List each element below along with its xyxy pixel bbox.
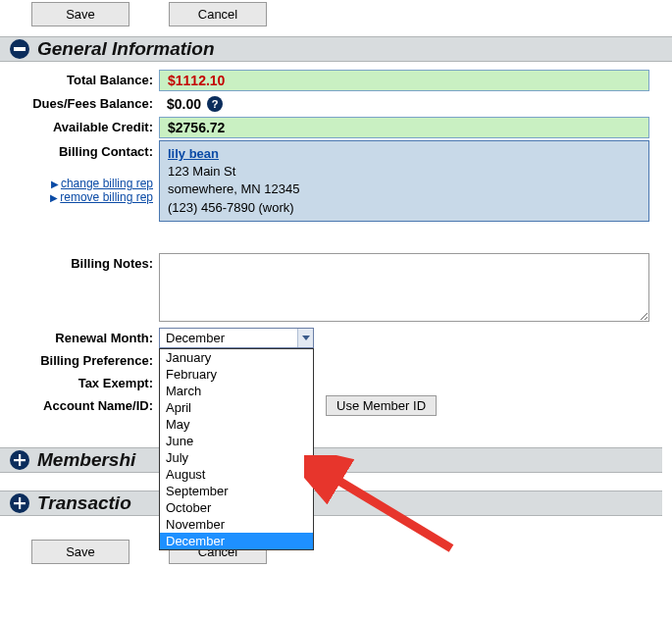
billing-notes-textarea[interactable] (159, 253, 649, 322)
transactions-header[interactable]: Transactio (0, 491, 662, 516)
total-balance-label: Total Balance: (0, 70, 159, 90)
renewal-month-option[interactable]: April (160, 399, 313, 416)
renewal-month-option[interactable]: December (160, 533, 313, 549)
billing-preference-label: Billing Preference: (0, 350, 159, 371)
renewal-month-option[interactable]: February (160, 366, 313, 383)
account-name-id-label: Account Name/ID: (0, 395, 159, 416)
section-title: Transactio (37, 492, 131, 514)
renewal-month-selected: December (160, 329, 297, 347)
change-billing-rep-link[interactable]: change billing rep (61, 177, 153, 190)
billing-contact-name-link[interactable]: lily bean (168, 146, 219, 161)
save-button[interactable]: Save (31, 540, 129, 564)
dues-fees-balance-value: $0.00 (167, 96, 201, 112)
available-credit-value: $2756.72 (159, 117, 649, 138)
svg-rect-4 (14, 502, 26, 504)
renewal-month-option[interactable]: January (160, 349, 313, 366)
use-member-id-button[interactable]: Use Member ID (326, 395, 437, 416)
remove-billing-rep-link[interactable]: remove billing rep (60, 190, 153, 204)
svg-rect-0 (14, 47, 26, 51)
triangle-icon: ▶ (51, 179, 59, 189)
memberships-header[interactable]: Membershi (0, 447, 662, 473)
renewal-month-option[interactable]: November (160, 516, 313, 533)
renewal-month-label: Renewal Month: (0, 328, 159, 348)
section-title: General Information (37, 38, 215, 60)
triangle-icon: ▶ (50, 192, 58, 203)
total-balance-value: $1112.10 (159, 70, 649, 91)
collapse-icon (10, 39, 29, 59)
help-icon[interactable]: ? (207, 96, 223, 112)
general-information-header[interactable]: General Information (0, 36, 672, 62)
dues-fees-balance-label: Dues/Fees Balance: (0, 93, 159, 114)
renewal-month-option[interactable]: August (160, 466, 313, 483)
tax-exempt-label: Tax Exempt: (0, 373, 159, 393)
renewal-month-select[interactable]: December (159, 328, 314, 348)
section-title: Membershi (37, 449, 135, 471)
expand-icon (10, 493, 29, 513)
billing-notes-label: Billing Notes: (0, 253, 159, 274)
cancel-button[interactable]: Cancel (169, 2, 267, 26)
expand-icon (10, 450, 29, 470)
renewal-month-option[interactable]: March (160, 383, 313, 399)
chevron-down-icon (297, 329, 313, 347)
renewal-month-option[interactable]: September (160, 483, 313, 499)
renewal-month-dropdown[interactable]: JanuaryFebruaryMarchAprilMayJuneJulyAugu… (159, 348, 314, 550)
available-credit-label: Available Credit: (0, 117, 159, 137)
renewal-month-option[interactable]: October (160, 499, 313, 516)
renewal-month-option[interactable]: July (160, 449, 313, 466)
renewal-month-option[interactable]: June (160, 433, 313, 449)
billing-contact-street: 123 Main St (168, 163, 641, 181)
save-button[interactable]: Save (31, 2, 129, 26)
renewal-month-option[interactable]: May (160, 416, 313, 433)
svg-rect-2 (14, 459, 26, 461)
billing-contact-city: somewhere, MN 12345 (168, 181, 641, 198)
billing-contact-box: lily bean 123 Main St somewhere, MN 1234… (159, 140, 649, 222)
billing-contact-phone: (123) 456-7890 (work) (168, 199, 641, 217)
